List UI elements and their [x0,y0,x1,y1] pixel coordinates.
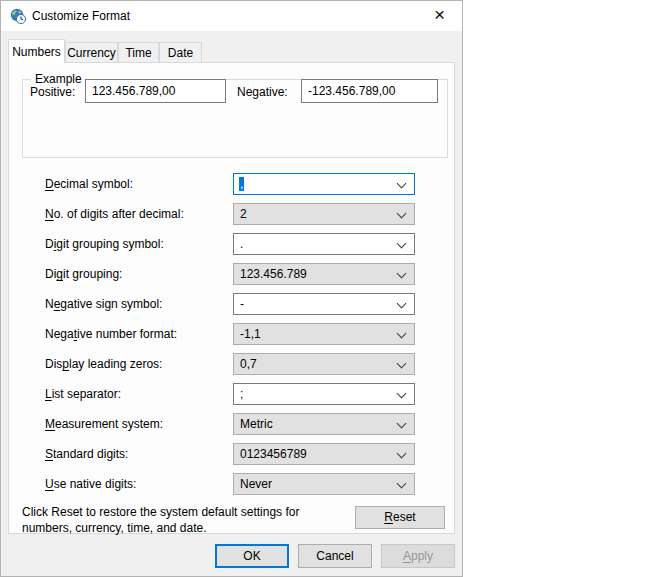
close-icon[interactable]: × [417,1,462,31]
tab-label: Date [168,46,193,60]
tab-label: Time [125,46,151,60]
display-leading-zeros-dropdown[interactable]: 0,7 [233,353,415,375]
use-native-digits-label: Use native digits: [45,477,136,491]
chevron-down-icon [397,179,407,189]
standard-digits-label: Standard digits: [45,447,128,461]
display-leading-zeros-label: Display leading zeros: [45,357,162,371]
chevron-down-icon [397,479,407,489]
chevron-down-icon [397,449,407,459]
list-separator-combobox[interactable]: ; [233,383,415,405]
chevron-down-icon [397,329,407,339]
tab-numbers[interactable]: Numbers [8,39,65,63]
digits-after-decimal-dropdown[interactable]: 2 [233,203,415,225]
digit-grouping-symbol-label: Digit grouping symbol: [45,237,164,251]
decimal-symbol-label: Decimal symbol: [45,177,133,191]
digit-grouping-label: Digit grouping: [45,267,122,281]
use-native-digits-dropdown[interactable]: Never [233,473,415,495]
chevron-down-icon [397,299,407,309]
tab-label: Currency [67,46,116,60]
customize-format-dialog: Customize Format × Numbers Currency Time… [0,0,463,577]
chevron-down-icon [397,209,407,219]
chevron-down-icon [397,269,407,279]
digit-grouping-dropdown[interactable]: 123.456.789 [233,263,415,285]
tab-label: Numbers [12,45,61,59]
decimal-symbol-combobox[interactable]: , [233,173,415,195]
negative-number-format-row: Negative number format: -1,1 [9,323,454,345]
tab-date[interactable]: Date [159,42,202,63]
measurement-system-row: Measurement system: Metric [9,413,454,435]
window-title: Customize Format [32,1,130,31]
negative-sign-symbol-label: Negative sign symbol: [45,297,162,311]
chevron-down-icon [397,419,407,429]
list-separator-label: List separator: [45,387,121,401]
standard-digits-row: Standard digits: 0123456789 [9,443,454,465]
ok-button[interactable]: OK [215,544,289,568]
measurement-system-label: Measurement system: [45,417,163,431]
digit-grouping-symbol-row: Digit grouping symbol: . [9,233,454,255]
digits-after-decimal-row: No. of digits after decimal: 2 [9,203,454,225]
digits-after-decimal-label: No. of digits after decimal: [45,207,184,221]
reset-description: Click Reset to restore the system defaul… [22,504,342,536]
positive-example-field[interactable]: 123.456.789,00 [85,79,226,103]
tab-time[interactable]: Time [118,42,159,63]
measurement-system-dropdown[interactable]: Metric [233,413,415,435]
list-separator-row: List separator: ; [9,383,454,405]
reset-button[interactable]: Reset [355,506,445,529]
decimal-symbol-row: Decimal symbol: , [9,173,454,195]
chevron-down-icon [397,359,407,369]
standard-digits-dropdown[interactable]: 0123456789 [233,443,415,465]
use-native-digits-row: Use native digits: Never [9,473,454,495]
tab-currency[interactable]: Currency [65,42,118,63]
negative-example-field[interactable]: -123.456.789,00 [301,79,438,103]
negative-sign-symbol-combobox[interactable]: - [233,293,415,315]
negative-number-format-dropdown[interactable]: -1,1 [233,323,415,345]
numbers-tab-page: Example Positive: 123.456.789,00 Negativ… [8,62,455,534]
digit-grouping-row: Digit grouping: 123.456.789 [9,263,454,285]
positive-label: Positive: [30,85,75,99]
negative-number-format-label: Negative number format: [45,327,177,341]
display-leading-zeros-row: Display leading zeros: 0,7 [9,353,454,375]
digit-grouping-symbol-combobox[interactable]: . [233,233,415,255]
example-group-label: Example [31,72,86,86]
apply-button[interactable]: Apply [381,544,455,568]
negative-sign-symbol-row: Negative sign symbol: - [9,293,454,315]
chevron-down-icon [397,239,407,249]
selected-text: , [239,177,244,191]
title-bar[interactable]: Customize Format × [1,1,462,31]
cancel-button[interactable]: Cancel [298,544,372,568]
region-globe-clock-icon [10,8,26,24]
negative-label: Negative: [237,85,288,99]
chevron-down-icon [397,389,407,399]
